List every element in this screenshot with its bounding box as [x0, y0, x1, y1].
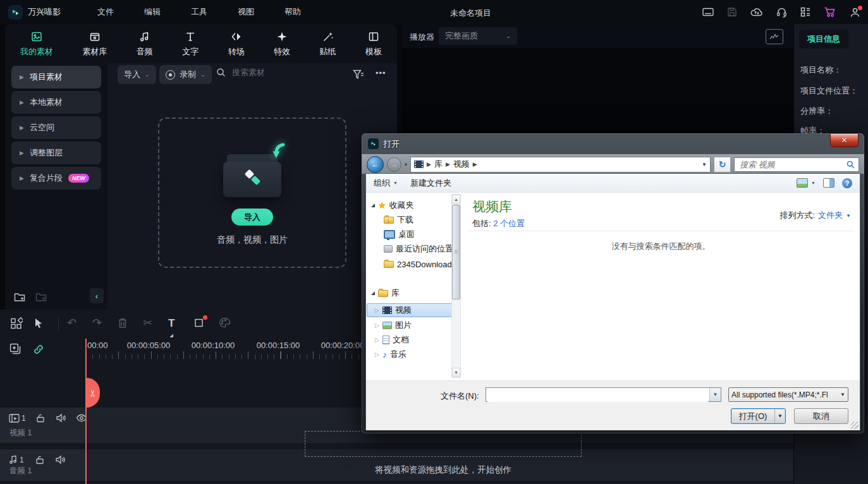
sidebar-item-cloud[interactable]: ▶ 云空间 [11, 116, 101, 139]
save-icon[interactable] [727, 7, 737, 17]
sidebar-item-local-media[interactable]: ▶ 本地素材 [11, 91, 101, 114]
sidebar-item-project-media[interactable]: ▶ 项目素材 [11, 66, 101, 88]
timeline-layout-icon[interactable] [10, 317, 23, 330]
tab-effects[interactable]: 特效 [274, 30, 290, 57]
expander-closed-icon[interactable]: ▷ [375, 307, 379, 313]
tree-item-videos[interactable]: ▷ 视频 [375, 303, 412, 317]
duplicate-clip-icon[interactable] [9, 342, 21, 355]
link-clips-icon[interactable] [33, 344, 44, 355]
menu-file[interactable]: 文件 [82, 6, 129, 18]
resize-grip[interactable] [851, 421, 859, 429]
expander-closed-icon[interactable]: ▷ [375, 322, 379, 329]
mute-icon[interactable] [55, 455, 66, 464]
user-account-icon[interactable] [850, 7, 860, 18]
sidebar-item-adjustment-layer[interactable]: ▶ 调整图层 [11, 142, 101, 164]
video-track-header[interactable]: 1 视频 1 [0, 408, 86, 443]
preview-pane-button[interactable] [823, 178, 834, 188]
menu-tools[interactable]: 工具 [176, 6, 223, 18]
tree-item-pictures[interactable]: ▷ 图片 [375, 318, 412, 332]
layout-icon[interactable] [702, 8, 714, 17]
nav-history-dropdown-icon[interactable]: ▾ [405, 162, 407, 167]
dialog-search-input[interactable] [738, 159, 844, 170]
open-split-dropdown-icon[interactable]: ▼ [775, 409, 785, 423]
import-dropdown-button[interactable]: 导入 ⌄ [118, 65, 156, 84]
add-folder-icon[interactable] [14, 292, 25, 302]
playhead-scissors-handle[interactable]: ✂ [87, 378, 100, 408]
tree-item-2345download[interactable]: 2345Download [384, 257, 452, 271]
import-button[interactable]: 导入 [231, 209, 273, 226]
tree-item-documents[interactable]: ▷ 文档 [375, 333, 409, 347]
close-button[interactable]: ✕ [830, 134, 859, 147]
menu-help[interactable]: 帮助 [269, 6, 316, 18]
new-folder-button[interactable]: 新建文件夹 [410, 178, 451, 189]
quality-dropdown[interactable]: 完整画质 ⌄ [439, 27, 517, 45]
text-tool-icon[interactable]: T◢ [168, 317, 174, 335]
menu-view[interactable]: 视图 [223, 6, 269, 18]
breadcrumb-videos[interactable]: 视频 [453, 159, 470, 170]
scroll-up-button[interactable]: ▲ [452, 195, 460, 204]
tree-scrollbar[interactable]: ▲ ▼ [451, 194, 461, 378]
views-button[interactable]: ▼ [797, 178, 816, 188]
filename-input[interactable] [487, 389, 708, 402]
tree-item-desktop[interactable]: 桌面 [384, 227, 415, 241]
includes-link[interactable]: 2 个位置 [493, 219, 525, 228]
tree-item-downloads[interactable]: ↓ 下载 [384, 213, 413, 227]
cart-icon[interactable] [824, 6, 836, 18]
lock-icon[interactable] [36, 413, 45, 423]
breadcrumb[interactable]: ▶ 库 ▶ 视频 ▶ ▼ [410, 157, 711, 172]
arrange-by-control[interactable]: 排列方式: 文件夹 ▼ [779, 210, 851, 221]
expander-closed-icon[interactable]: ▷ [375, 351, 379, 358]
undo-icon[interactable]: ↶ [67, 317, 76, 329]
dialog-title-bar[interactable]: 打开 ✕ [362, 133, 864, 154]
color-palette-icon[interactable] [219, 317, 231, 328]
open-button[interactable]: 打开(O) ▼ [731, 408, 786, 424]
timeline-dropzone[interactable] [305, 431, 582, 457]
filetype-filter-dropdown[interactable]: All supported files(*.MP4;*.Fl ▼ [728, 387, 848, 402]
tab-transitions[interactable]: 转场 [228, 30, 245, 57]
scrollbar-thumb[interactable] [452, 205, 460, 299]
expander-open-icon[interactable] [371, 291, 375, 295]
tree-item-favorites[interactable]: ★ 收藏夹 [371, 198, 414, 212]
delete-folder-icon[interactable] [35, 292, 47, 302]
tab-text[interactable]: 文字 [182, 30, 199, 57]
tab-my-media[interactable]: 我的素材 [20, 30, 53, 57]
import-dropzone[interactable]: 导入 音频，视频，图片 [158, 118, 346, 268]
playhead[interactable] [85, 339, 87, 484]
lock-icon[interactable] [35, 455, 44, 464]
filter-icon[interactable] [353, 70, 364, 80]
sidebar-item-compound-clip[interactable]: ▶ 复合片段 NEW [11, 167, 101, 190]
more-options-icon[interactable]: ••• [376, 68, 386, 78]
tree-item-libraries[interactable]: 库 [371, 286, 400, 300]
mute-icon[interactable] [56, 413, 66, 423]
breadcrumb-libraries[interactable]: 库 [434, 159, 443, 170]
cancel-button[interactable]: 取消 [794, 408, 848, 424]
render-preview-icon[interactable] [766, 29, 783, 44]
tree-item-recent-places[interactable]: 最近访问的位置 [384, 242, 453, 256]
collapse-panel-button[interactable]: ‹ [90, 288, 104, 303]
split-scissors-icon[interactable]: ✂ [143, 317, 152, 329]
cloud-sync-icon[interactable] [750, 7, 763, 17]
delete-icon[interactable] [118, 317, 128, 329]
breadcrumb-dropdown-icon[interactable]: ▼ [702, 162, 707, 167]
redo-icon[interactable]: ↷ [92, 317, 102, 329]
apps-grid-icon[interactable] [800, 7, 810, 17]
expander-open-icon[interactable] [371, 203, 375, 207]
help-button[interactable]: ? [842, 178, 852, 188]
forward-button[interactable]: → [387, 157, 401, 172]
project-info-tab[interactable]: 项目信息 [799, 30, 848, 49]
select-tool-icon[interactable] [33, 317, 44, 329]
media-search-input[interactable] [231, 67, 328, 78]
tab-stickers[interactable]: 贴纸 [320, 30, 336, 57]
support-headset-icon[interactable] [776, 7, 787, 18]
tree-item-music[interactable]: ▷ ♪ 音乐 [375, 348, 406, 361]
expander-closed-icon[interactable]: ▷ [375, 337, 379, 343]
organize-button[interactable]: 组织 ▼ [374, 178, 398, 189]
audio-track-header[interactable]: 1 音频 1 [0, 449, 86, 481]
tab-audio[interactable]: 音频 [137, 30, 153, 57]
crop-tool-icon[interactable] [193, 317, 205, 329]
record-dropdown-button[interactable]: 录制 ⌄ [159, 65, 212, 84]
tab-stock-media[interactable]: 素材库 [82, 30, 107, 57]
back-button[interactable]: ← [367, 156, 384, 173]
menu-edit[interactable]: 编辑 [129, 6, 176, 18]
refresh-button[interactable]: ↻ [714, 157, 731, 172]
